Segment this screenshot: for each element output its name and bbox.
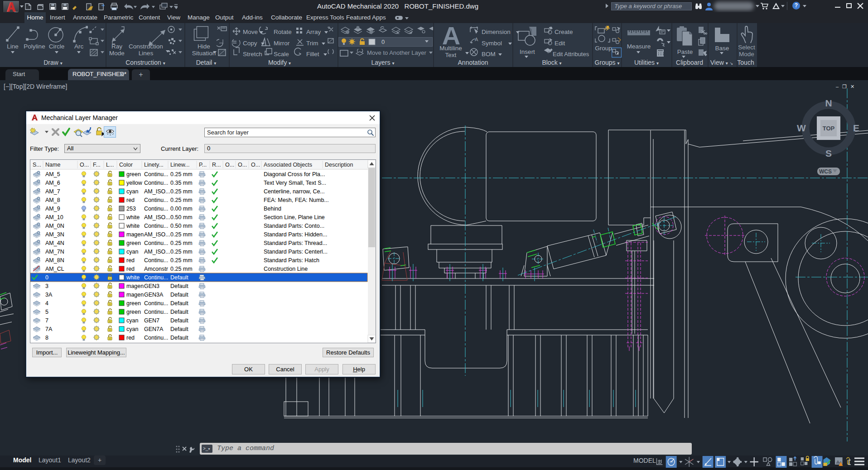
svg-text:O...: O... — [238, 162, 247, 168]
svg-text:WCS: WCS — [819, 168, 832, 175]
svg-text:Behind: Behind — [264, 206, 281, 212]
svg-text:Construction Line: Construction Line — [264, 266, 308, 272]
svg-text:Color: Color — [119, 162, 133, 168]
svg-text:Default: Default — [170, 274, 188, 281]
svg-text:AM_3N: AM_3N — [45, 231, 64, 238]
svg-text:4: 4 — [45, 300, 48, 307]
svg-text:E: E — [853, 123, 859, 133]
svg-text:Default: Default — [170, 326, 188, 332]
svg-text:Continu...: Continu... — [144, 300, 169, 307]
svg-text:0.25 mm: 0.25 mm — [170, 197, 193, 203]
svg-text:Default: Default — [170, 300, 188, 307]
svg-text:A: A — [475, 37, 478, 42]
svg-text:Associated Objects: Associated Objects — [264, 162, 312, 168]
svg-text:Linety...: Linety... — [144, 162, 164, 168]
svg-text:0.25 mm: 0.25 mm — [170, 249, 193, 255]
svg-text:7A: 7A — [45, 326, 53, 332]
svg-text:3: 3 — [45, 283, 48, 289]
svg-text:Diagonal Cross for Pla...: Diagonal Cross for Pla... — [264, 171, 325, 177]
svg-text:white: white — [126, 274, 140, 281]
svg-text:Default: Default — [170, 283, 188, 289]
svg-text:magen: magen — [126, 231, 144, 238]
svg-text:P...: P... — [199, 162, 207, 168]
svg-text:Standard Parts: Conto...: Standard Parts: Conto... — [264, 223, 324, 229]
svg-text:AM_7N: AM_7N — [45, 249, 64, 255]
svg-text:red: red — [126, 266, 135, 272]
svg-text:3A: 3A — [45, 292, 53, 298]
svg-text:Standard Parts: Hatch: Standard Parts: Hatch — [264, 257, 319, 264]
svg-text:8: 8 — [45, 335, 48, 341]
svg-text:AM_ISO...: AM_ISO... — [144, 188, 170, 195]
svg-text:AM_0N: AM_0N — [45, 223, 64, 229]
svg-text:AM_ISO...: AM_ISO... — [144, 214, 170, 221]
svg-text:Continu...: Continu... — [144, 171, 169, 177]
svg-text:AM_7: AM_7 — [45, 188, 60, 195]
svg-text:0.25 mm: 0.25 mm — [170, 266, 193, 272]
svg-text:Standard Parts: Centerl...: Standard Parts: Centerl... — [264, 249, 328, 255]
svg-text:Continu...: Continu... — [144, 180, 169, 186]
svg-text:GEN7: GEN7 — [144, 317, 159, 324]
svg-text:red: red — [126, 335, 135, 341]
svg-text:Default: Default — [170, 292, 188, 298]
svg-text:white: white — [126, 214, 140, 221]
svg-text:0.35 mm: 0.35 mm — [170, 180, 193, 186]
svg-text:red: red — [126, 197, 135, 203]
svg-text:TOP: TOP — [823, 125, 835, 132]
svg-text:AM_ISO...: AM_ISO... — [144, 249, 170, 255]
svg-text:Section Line, Plane Line: Section Line, Plane Line — [264, 214, 325, 221]
svg-text:Name: Name — [45, 162, 60, 168]
svg-text:AM_10: AM_10 — [45, 214, 63, 221]
svg-text:green: green — [126, 309, 141, 315]
svg-text:green: green — [126, 300, 141, 307]
svg-text:yellow: yellow — [126, 180, 143, 186]
svg-text:W: W — [797, 123, 806, 133]
svg-text:AM_CL: AM_CL — [45, 266, 64, 272]
svg-text:AM_4N: AM_4N — [45, 240, 64, 246]
svg-text:Centerline, narrow, Ce...: Centerline, narrow, Ce... — [264, 188, 325, 195]
svg-text:Linew...: Linew... — [170, 162, 189, 168]
svg-text:cyan: cyan — [126, 317, 138, 324]
svg-text:R...: R... — [212, 162, 221, 168]
svg-text:O...: O... — [80, 162, 89, 168]
svg-text:Continu...: Continu... — [144, 309, 169, 315]
svg-text:Continu...: Continu... — [144, 274, 169, 281]
svg-text:0.00 mm: 0.00 mm — [170, 206, 193, 212]
svg-text:green: green — [126, 240, 141, 246]
svg-text:red: red — [126, 257, 135, 264]
svg-text:AM_8N: AM_8N — [45, 257, 64, 264]
svg-text:F...: F... — [93, 162, 101, 168]
svg-text:N: N — [825, 98, 832, 108]
svg-text:magen: magen — [126, 283, 144, 289]
svg-text:O...: O... — [251, 162, 260, 168]
svg-text:0.25 mm: 0.25 mm — [170, 257, 193, 264]
svg-text:Standard Parts: Hidden...: Standard Parts: Hidden... — [264, 231, 327, 238]
svg-text:Default: Default — [170, 309, 188, 315]
svg-text:cyan: cyan — [126, 249, 138, 255]
svg-text:0.25 mm: 0.25 mm — [170, 171, 193, 177]
svg-text:Default: Default — [170, 335, 188, 341]
svg-text:Text Very Small, Text S...: Text Very Small, Text S... — [264, 180, 326, 186]
svg-text:FEA: Mesh, FEA: Numb...: FEA: Mesh, FEA: Numb... — [264, 197, 329, 203]
svg-text:Description: Description — [325, 162, 353, 168]
svg-text:0.25 mm: 0.25 mm — [170, 231, 193, 238]
svg-text:7: 7 — [45, 317, 48, 324]
svg-text:0.50 mm: 0.50 mm — [170, 214, 193, 221]
svg-text:O...: O... — [225, 162, 234, 168]
svg-text:Amconstr: Amconstr — [144, 266, 168, 272]
svg-text:AM_6: AM_6 — [45, 180, 60, 186]
svg-text:AM_9: AM_9 — [45, 206, 60, 212]
svg-text:253: 253 — [126, 206, 136, 212]
svg-text:AM_ISO...: AM_ISO... — [144, 231, 170, 238]
svg-text:GEN3A: GEN3A — [144, 292, 164, 298]
svg-text:Continu...: Continu... — [144, 197, 169, 203]
svg-text:Standard Parts: Thread...: Standard Parts: Thread... — [264, 240, 327, 246]
svg-text:cyan: cyan — [126, 188, 138, 195]
svg-text:Continu...: Continu... — [144, 257, 169, 264]
svg-text:green: green — [126, 171, 141, 177]
svg-text:Continu...: Continu... — [144, 335, 169, 341]
svg-text:S: S — [825, 148, 832, 158]
svg-text:Continu...: Continu... — [144, 223, 169, 229]
svg-text:AM_8: AM_8 — [45, 197, 60, 203]
svg-text:0: 0 — [45, 274, 48, 281]
svg-text:Default: Default — [170, 317, 188, 324]
